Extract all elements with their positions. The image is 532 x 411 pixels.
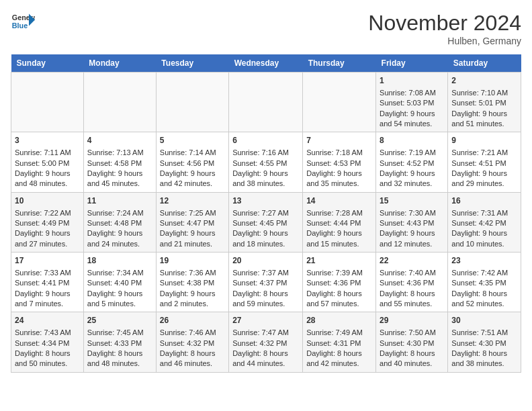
day-info: Sunrise: 7:49 AM	[306, 328, 372, 338]
day-header-thursday: Thursday	[303, 54, 376, 73]
calendar-cell: 20Sunrise: 7:37 AMSunset: 4:37 PMDayligh…	[229, 253, 303, 312]
day-info: Sunrise: 7:51 AM	[451, 328, 517, 338]
day-info: Daylight: 9 hours and 10 minutes.	[451, 228, 517, 249]
calendar-cell: 10Sunrise: 7:22 AMSunset: 4:49 PMDayligh…	[11, 192, 84, 252]
calendar-cell: 2Sunrise: 7:10 AMSunset: 5:01 PMDaylight…	[448, 73, 521, 132]
calendar-cell: 4Sunrise: 7:13 AMSunset: 4:58 PMDaylight…	[83, 132, 156, 192]
day-info: Daylight: 9 hours and 21 minutes.	[160, 228, 225, 249]
calendar-cell	[11, 73, 84, 132]
day-header-saturday: Saturday	[448, 54, 521, 73]
day-info: Sunrise: 7:37 AM	[232, 268, 299, 278]
day-info: Daylight: 9 hours and 2 minutes.	[160, 289, 225, 310]
day-info: Sunset: 4:40 PM	[87, 278, 152, 288]
day-number: 7	[306, 135, 372, 146]
calendar-cell	[229, 73, 303, 132]
calendar-table: SundayMondayTuesdayWednesdayThursdayFrid…	[11, 54, 521, 373]
day-info: Daylight: 9 hours and 45 minutes.	[87, 169, 152, 189]
day-info: Sunrise: 7:21 AM	[451, 148, 517, 158]
day-info: Daylight: 8 hours and 40 minutes.	[380, 349, 444, 369]
day-info: Sunset: 4:55 PM	[232, 158, 299, 169]
calendar-cell: 17Sunrise: 7:33 AMSunset: 4:41 PMDayligh…	[11, 253, 84, 312]
day-info: Sunrise: 7:33 AM	[15, 268, 80, 278]
day-number: 11	[87, 195, 152, 207]
calendar-cell: 26Sunrise: 7:46 AMSunset: 4:32 PMDayligh…	[156, 312, 228, 372]
day-info: Sunrise: 7:08 AM	[380, 88, 444, 98]
day-info: Daylight: 9 hours and 32 minutes.	[380, 169, 444, 189]
location: Hulben, Germany	[368, 36, 521, 46]
day-info: Sunrise: 7:25 AM	[160, 208, 225, 218]
week-row-3: 10Sunrise: 7:22 AMSunset: 4:49 PMDayligh…	[11, 192, 521, 252]
day-number: 18	[87, 255, 152, 267]
day-info: Sunset: 4:48 PM	[87, 218, 152, 228]
calendar-cell: 6Sunrise: 7:16 AMSunset: 4:55 PMDaylight…	[229, 132, 303, 192]
calendar-cell: 3Sunrise: 7:11 AMSunset: 5:00 PMDaylight…	[11, 132, 84, 192]
calendar-cell: 14Sunrise: 7:28 AMSunset: 4:44 PMDayligh…	[303, 192, 376, 252]
day-info: Sunset: 4:32 PM	[232, 338, 299, 349]
day-info: Daylight: 9 hours and 15 minutes.	[306, 228, 372, 249]
day-header-monday: Monday	[83, 54, 156, 73]
day-number: 3	[15, 135, 80, 146]
day-info: Daylight: 8 hours and 57 minutes.	[306, 289, 372, 310]
calendar-cell: 13Sunrise: 7:27 AMSunset: 4:45 PMDayligh…	[229, 192, 303, 252]
day-info: Sunrise: 7:24 AM	[87, 208, 152, 218]
day-info: Daylight: 8 hours and 44 minutes.	[232, 349, 299, 369]
day-info: Daylight: 8 hours and 52 minutes.	[451, 289, 517, 310]
page-header: General Blue November 2024 Hulben, Germa…	[11, 11, 521, 46]
calendar-cell: 30Sunrise: 7:51 AMSunset: 4:30 PMDayligh…	[448, 312, 521, 372]
day-number: 20	[232, 255, 299, 267]
day-info: Sunset: 4:47 PM	[160, 218, 225, 228]
calendar-cell: 15Sunrise: 7:30 AMSunset: 4:43 PMDayligh…	[376, 192, 448, 252]
week-row-4: 17Sunrise: 7:33 AMSunset: 4:41 PMDayligh…	[11, 253, 521, 312]
day-info: Daylight: 9 hours and 35 minutes.	[306, 169, 372, 189]
day-number: 25	[87, 315, 152, 326]
day-info: Daylight: 8 hours and 50 minutes.	[15, 349, 80, 369]
day-info: Sunset: 4:49 PM	[15, 218, 80, 228]
day-info: Daylight: 8 hours and 38 minutes.	[451, 349, 517, 369]
day-info: Sunrise: 7:36 AM	[160, 268, 225, 278]
day-info: Daylight: 9 hours and 24 minutes.	[87, 228, 152, 249]
calendar-cell: 18Sunrise: 7:34 AMSunset: 4:40 PMDayligh…	[83, 253, 156, 312]
day-info: Sunset: 4:34 PM	[15, 338, 80, 349]
day-number: 4	[87, 135, 152, 146]
calendar-cell: 11Sunrise: 7:24 AMSunset: 4:48 PMDayligh…	[83, 192, 156, 252]
day-info: Sunset: 4:51 PM	[451, 158, 517, 169]
day-info: Daylight: 9 hours and 7 minutes.	[15, 289, 80, 310]
day-info: Daylight: 9 hours and 48 minutes.	[15, 169, 80, 189]
day-info: Sunset: 4:36 PM	[380, 278, 444, 288]
day-info: Daylight: 8 hours and 42 minutes.	[306, 349, 372, 369]
calendar-cell: 21Sunrise: 7:39 AMSunset: 4:36 PMDayligh…	[303, 253, 376, 312]
logo: General Blue	[11, 11, 35, 35]
day-info: Sunset: 5:01 PM	[451, 98, 517, 108]
calendar-cell	[83, 73, 156, 132]
day-info: Sunset: 4:30 PM	[380, 338, 444, 349]
day-info: Sunrise: 7:19 AM	[380, 148, 444, 158]
day-number: 15	[380, 195, 444, 207]
calendar-cell: 19Sunrise: 7:36 AMSunset: 4:38 PMDayligh…	[156, 253, 228, 312]
day-header-tuesday: Tuesday	[156, 54, 228, 73]
day-number: 24	[15, 315, 80, 326]
day-info: Sunset: 4:37 PM	[232, 278, 299, 288]
day-info: Sunrise: 7:40 AM	[380, 268, 444, 278]
day-info: Sunrise: 7:18 AM	[306, 148, 372, 158]
logo-icon: General Blue	[11, 11, 35, 35]
week-row-1: 1Sunrise: 7:08 AMSunset: 5:03 PMDaylight…	[11, 73, 521, 132]
calendar-cell: 28Sunrise: 7:49 AMSunset: 4:31 PMDayligh…	[303, 312, 376, 372]
month-title: November 2024	[368, 11, 521, 36]
day-info: Sunrise: 7:16 AM	[232, 148, 299, 158]
calendar-cell: 27Sunrise: 7:47 AMSunset: 4:32 PMDayligh…	[229, 312, 303, 372]
day-number: 26	[160, 315, 225, 326]
day-number: 9	[451, 135, 517, 146]
day-number: 6	[232, 135, 299, 146]
calendar-cell: 5Sunrise: 7:14 AMSunset: 4:56 PMDaylight…	[156, 132, 228, 192]
title-area: November 2024 Hulben, Germany	[368, 11, 521, 46]
day-info: Daylight: 9 hours and 18 minutes.	[232, 228, 299, 249]
day-info: Sunset: 4:42 PM	[451, 218, 517, 228]
day-number: 10	[15, 195, 80, 207]
calendar-cell: 22Sunrise: 7:40 AMSunset: 4:36 PMDayligh…	[376, 253, 448, 312]
day-info: Daylight: 8 hours and 46 minutes.	[160, 349, 225, 369]
day-number: 13	[232, 195, 299, 207]
day-info: Sunrise: 7:22 AM	[15, 208, 80, 218]
day-info: Sunrise: 7:28 AM	[306, 208, 372, 218]
day-number: 28	[306, 315, 372, 326]
day-info: Sunset: 4:58 PM	[87, 158, 152, 169]
